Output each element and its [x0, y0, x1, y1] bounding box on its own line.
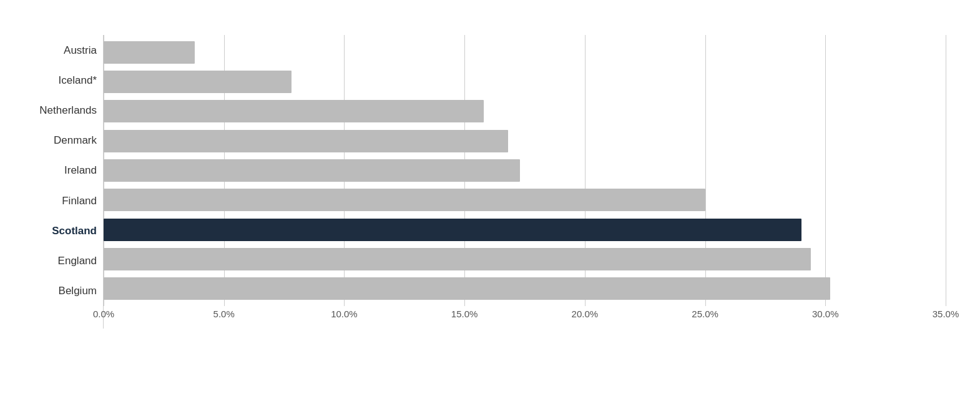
bar-netherlands — [104, 100, 484, 122]
x-label-5: 5.0% — [213, 309, 235, 319]
y-label-ireland: Ireland — [22, 156, 97, 185]
y-label-austria: Austria — [22, 36, 97, 64]
bar-row-scotland — [104, 215, 946, 244]
bar-row-ireland — [104, 156, 946, 185]
grid-and-bars: 0.0%5.0%10.0%15.0%20.0%25.0%30.0%35.0% — [103, 35, 946, 329]
bar-row-denmark — [104, 127, 946, 156]
y-axis: AustriaIceland*NetherlandsDenmarkIreland… — [22, 35, 103, 329]
bar-row-austria — [104, 38, 946, 67]
bar-belgium — [104, 277, 830, 300]
y-label-belgium: Belgium — [22, 277, 97, 305]
chart-body: AustriaIceland*NetherlandsDenmarkIreland… — [22, 35, 946, 329]
y-label-netherlands: Netherlands — [22, 96, 97, 125]
y-label-iceland-: Iceland* — [22, 66, 97, 94]
bar-scotland — [104, 219, 801, 241]
bar-finland — [104, 189, 705, 211]
x-label-25: 25.0% — [692, 309, 718, 319]
bar-row-belgium — [104, 274, 946, 303]
x-label-20: 20.0% — [572, 309, 599, 319]
chart-container: AustriaIceland*NetherlandsDenmarkIreland… — [16, 7, 964, 389]
plot-area: 0.0%5.0%10.0%15.0%20.0%25.0%30.0%35.0% — [103, 35, 946, 329]
bar-row-iceland- — [104, 67, 946, 96]
y-label-finland: Finland — [22, 186, 97, 215]
bar-row-england — [104, 245, 946, 274]
x-label-35: 35.0% — [933, 309, 959, 319]
y-label-england: England — [22, 247, 97, 275]
x-label-30: 30.0% — [812, 309, 839, 319]
y-label-scotland: Scotland — [22, 216, 97, 245]
y-label-denmark: Denmark — [22, 126, 97, 155]
grid-line-35 — [946, 35, 946, 306]
bar-row-finland — [104, 186, 946, 214]
bar-iceland- — [104, 71, 292, 93]
bar-ireland — [104, 159, 520, 182]
x-label-10: 10.0% — [331, 309, 358, 319]
x-axis: 0.0%5.0%10.0%15.0%20.0%25.0%30.0%35.0% — [104, 306, 946, 329]
bar-row-netherlands — [104, 97, 946, 126]
bar-austria — [104, 41, 195, 64]
bars-container — [104, 35, 946, 306]
x-label-15: 15.0% — [451, 309, 478, 319]
bar-denmark — [104, 130, 508, 152]
x-label-0: 0.0% — [93, 309, 114, 319]
bar-england — [104, 248, 811, 270]
